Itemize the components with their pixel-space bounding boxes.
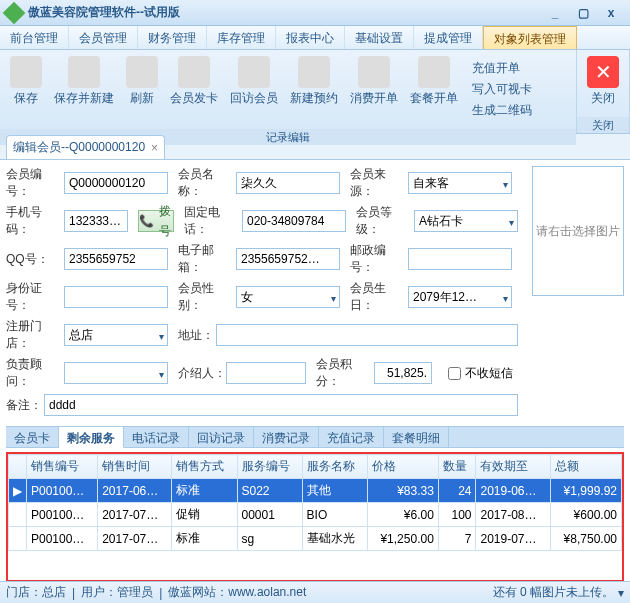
addr-field[interactable] bbox=[216, 324, 518, 346]
label-level: 会员等级： bbox=[356, 204, 414, 238]
member-form: 会员编号： Q0000000120 会员名称： 柒久久 会员来源： 自来客 手机… bbox=[0, 160, 630, 426]
app-logo-icon bbox=[3, 1, 26, 24]
status-user: 用户：管理员 bbox=[81, 584, 153, 601]
label-gender: 会员性别： bbox=[178, 280, 236, 314]
label-zip: 邮政编号： bbox=[350, 242, 408, 276]
sub-tab[interactable]: 会员卡 bbox=[6, 427, 59, 447]
col-header[interactable]: 销售编号 bbox=[27, 455, 98, 479]
ribbon-button[interactable]: 新建预约 bbox=[284, 54, 344, 109]
label-member-no: 会员编号： bbox=[6, 166, 64, 200]
ribbon-button[interactable]: 保存 bbox=[4, 54, 48, 109]
photo-placeholder[interactable]: 请右击选择图片 bbox=[532, 166, 624, 296]
menu-item[interactable]: 报表中心 bbox=[276, 26, 345, 49]
table-row[interactable]: P00100…2017-07…标准sg基础水光¥1,250.0072019-07… bbox=[9, 527, 622, 551]
dial-button[interactable]: 📞拨号 bbox=[138, 210, 174, 232]
ribbon-icon bbox=[298, 56, 330, 88]
zip-field[interactable] bbox=[408, 248, 512, 270]
status-bar: 门店：总店| 用户：管理员| 傲蓝网站：www.aolan.net 还有 0 幅… bbox=[0, 581, 630, 603]
idcard-field[interactable] bbox=[64, 286, 168, 308]
menu-item[interactable]: 库存管理 bbox=[207, 26, 276, 49]
status-store: 门店：总店 bbox=[6, 584, 66, 601]
sub-tab[interactable]: 回访记录 bbox=[189, 427, 254, 447]
ribbon-icon bbox=[178, 56, 210, 88]
ribbon-icon bbox=[10, 56, 42, 88]
title-bar: 傲蓝美容院管理软件--试用版 _ ▢ x bbox=[0, 0, 630, 26]
member-no-field[interactable]: Q0000000120 bbox=[64, 172, 168, 194]
main-menu: 前台管理会员管理财务管理库存管理报表中心基础设置提成管理对象列表管理 bbox=[0, 26, 630, 50]
col-header[interactable]: 服务编号 bbox=[237, 455, 302, 479]
col-header[interactable]: 服务名称 bbox=[302, 455, 367, 479]
menu-item[interactable]: 前台管理 bbox=[0, 26, 69, 49]
table-row[interactable]: P00100…2017-07…促销00001BIO¥6.001002017-08… bbox=[9, 503, 622, 527]
ribbon-link[interactable]: 充值开单 bbox=[472, 60, 532, 77]
label-points: 会员积分： bbox=[316, 356, 374, 390]
close-icon: ✕ bbox=[587, 56, 619, 88]
ribbon-icon bbox=[68, 56, 100, 88]
gender-combo[interactable]: 女 bbox=[236, 286, 340, 308]
col-header[interactable]: 销售时间 bbox=[98, 455, 172, 479]
restore-button[interactable]: ▢ bbox=[570, 4, 596, 22]
birth-combo[interactable]: 2079年12… bbox=[408, 286, 512, 308]
label-store: 注册门店： bbox=[6, 318, 64, 352]
ribbon-button[interactable]: 回访会员 bbox=[224, 54, 284, 109]
remark-field[interactable]: dddd bbox=[44, 394, 518, 416]
ribbon-button[interactable]: 会员发卡 bbox=[164, 54, 224, 109]
nosms-checkbox[interactable]: 不收短信 bbox=[448, 365, 513, 382]
member-name-field[interactable]: 柒久久 bbox=[236, 172, 340, 194]
sub-tab[interactable]: 充值记录 bbox=[319, 427, 384, 447]
sub-tab[interactable]: 剩余服务 bbox=[59, 427, 124, 448]
document-tab[interactable]: 编辑会员--Q0000000120 × bbox=[6, 135, 165, 159]
ribbon-button[interactable]: 保存并新建 bbox=[48, 54, 120, 109]
minimize-button[interactable]: _ bbox=[542, 4, 568, 22]
label-email: 电子邮箱： bbox=[178, 242, 236, 276]
label-qq: QQ号： bbox=[6, 251, 64, 268]
qq-field[interactable]: 2355659752 bbox=[64, 248, 168, 270]
col-header[interactable]: 销售方式 bbox=[172, 455, 237, 479]
label-idcard: 身份证号： bbox=[6, 280, 64, 314]
ribbon: 保存保存并新建刷新会员发卡回访会员新建预约消费开单套餐开单充值开单写入可视卡生成… bbox=[0, 50, 630, 134]
ribbon-icon bbox=[418, 56, 450, 88]
chevron-down-icon[interactable]: ▾ bbox=[618, 586, 624, 600]
service-grid[interactable]: 销售编号销售时间销售方式服务编号服务名称价格数量有效期至总额▶P00100…20… bbox=[6, 452, 624, 582]
label-advisor: 负责顾问： bbox=[6, 356, 64, 390]
email-field[interactable]: 2355659752… bbox=[236, 248, 340, 270]
label-mobile: 手机号码： bbox=[6, 204, 64, 238]
level-combo[interactable]: A钻石卡 bbox=[414, 210, 518, 232]
points-field[interactable]: 51,825. bbox=[374, 362, 432, 384]
col-header[interactable]: 数量 bbox=[438, 455, 476, 479]
ribbon-button[interactable]: 消费开单 bbox=[344, 54, 404, 109]
sub-tabs: 会员卡剩余服务电话记录回访记录消费记录充值记录套餐明细 bbox=[6, 426, 624, 448]
sub-tab[interactable]: 套餐明细 bbox=[384, 427, 449, 447]
ribbon-button[interactable]: 套餐开单 bbox=[404, 54, 464, 109]
status-link[interactable]: 傲蓝网站：www.aolan.net bbox=[168, 584, 306, 601]
sub-tab[interactable]: 消费记录 bbox=[254, 427, 319, 447]
ribbon-link[interactable]: 生成二维码 bbox=[472, 102, 532, 119]
table-row[interactable]: ▶P00100…2017-06…标准S022其他¥83.33242019-06…… bbox=[9, 479, 622, 503]
menu-item[interactable]: 基础设置 bbox=[345, 26, 414, 49]
menu-item[interactable]: 财务管理 bbox=[138, 26, 207, 49]
referrer-field[interactable] bbox=[226, 362, 306, 384]
ribbon-button[interactable]: 刷新 bbox=[120, 54, 164, 109]
col-header[interactable]: 总额 bbox=[550, 455, 621, 479]
col-header[interactable]: 价格 bbox=[367, 455, 438, 479]
menu-item[interactable]: 会员管理 bbox=[69, 26, 138, 49]
label-addr: 地址： bbox=[178, 327, 216, 344]
close-window-button[interactable]: x bbox=[598, 4, 624, 22]
phone-field[interactable]: 020-34809784 bbox=[242, 210, 346, 232]
sub-tab[interactable]: 电话记录 bbox=[124, 427, 189, 447]
window-title: 傲蓝美容院管理软件--试用版 bbox=[28, 4, 540, 21]
source-combo[interactable]: 自来客 bbox=[408, 172, 512, 194]
ribbon-icon bbox=[358, 56, 390, 88]
label-remark: 备注： bbox=[6, 397, 44, 414]
col-header[interactable]: 有效期至 bbox=[476, 455, 550, 479]
close-button[interactable]: ✕ 关闭 bbox=[581, 54, 625, 109]
mobile-field[interactable]: 132333… bbox=[64, 210, 128, 232]
store-combo[interactable]: 总店 bbox=[64, 324, 168, 346]
close-tab-icon[interactable]: × bbox=[151, 141, 158, 155]
menu-item[interactable]: 提成管理 bbox=[414, 26, 483, 49]
advisor-combo[interactable] bbox=[64, 362, 168, 384]
ribbon-icon bbox=[126, 56, 158, 88]
ribbon-link[interactable]: 写入可视卡 bbox=[472, 81, 532, 98]
label-source: 会员来源： bbox=[350, 166, 408, 200]
menu-item[interactable]: 对象列表管理 bbox=[483, 26, 577, 49]
